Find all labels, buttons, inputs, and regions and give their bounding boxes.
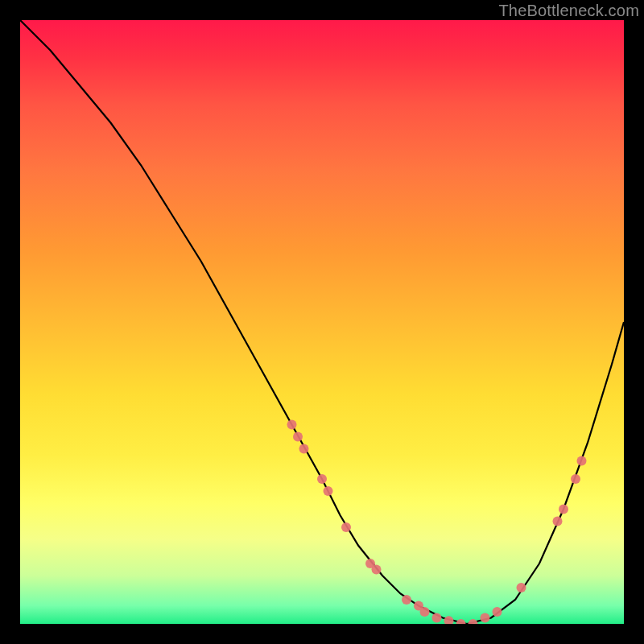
data-marker: [571, 474, 580, 484]
data-marker: [456, 619, 466, 624]
bottleneck-curve: [20, 20, 624, 624]
data-marker: [299, 444, 309, 454]
data-marker: [317, 474, 327, 484]
data-marker: [444, 616, 454, 624]
data-marker: [420, 607, 430, 617]
data-marker: [553, 517, 563, 526]
data-marker: [481, 613, 490, 623]
data-marker: [341, 522, 351, 532]
data-marker: [293, 432, 303, 442]
data-marker: [372, 565, 382, 575]
plot-area: [20, 20, 624, 624]
data-marker: [324, 486, 333, 496]
chart-frame: TheBottleneck.com: [0, 0, 644, 644]
data-marker: [469, 619, 478, 624]
curve-svg: [20, 20, 624, 624]
data-marker: [559, 505, 568, 514]
data-marker: [432, 613, 442, 623]
data-marker: [577, 456, 587, 466]
data-marker: [287, 420, 297, 430]
watermark-text: TheBottleneck.com: [498, 2, 639, 20]
data-marker: [517, 583, 526, 592]
data-marker: [493, 607, 502, 617]
data-marker: [402, 595, 411, 605]
marker-group: [287, 420, 587, 625]
